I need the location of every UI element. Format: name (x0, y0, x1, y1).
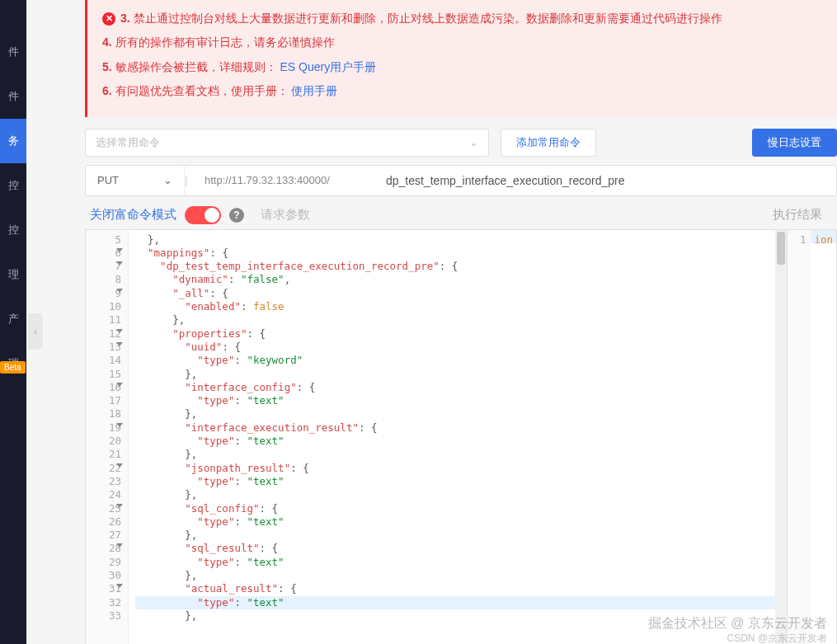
main-content: ✕3. 禁止通过控制台对线上大量数据进行更新和删除，防止对线上数据造成污染。数据… (45, 0, 837, 644)
code-line[interactable]: }, (135, 609, 775, 623)
slowlog-settings-button[interactable]: 慢日志设置 (752, 129, 837, 157)
code-line[interactable]: }, (135, 529, 775, 542)
code-line[interactable]: "type": "keyword" (135, 354, 775, 367)
result-gutter: 1 (788, 230, 811, 644)
code-area[interactable]: }, "mappings": { "dp_test_temp_interface… (129, 230, 775, 644)
code-line[interactable]: }, (135, 407, 775, 421)
code-line[interactable]: }, (135, 368, 775, 381)
code-line[interactable]: }, (135, 448, 775, 461)
chevron-down-icon: ⌄ (469, 136, 478, 148)
beta-badge: Beta (0, 361, 26, 374)
code-line[interactable]: "type": "text" (135, 515, 775, 529)
scrollbar[interactable] (775, 230, 787, 644)
code-line[interactable]: "dp_test_temp_interface_execution_record… (135, 260, 775, 273)
code-line[interactable]: "sql_result": { (135, 542, 775, 555)
result-label: 执行结果 (773, 207, 822, 223)
code-line[interactable]: "type": "text" (135, 556, 775, 569)
notice-link[interactable]: ES Query用户手册 (280, 60, 376, 73)
request-params-label: 请求参数 (261, 207, 310, 223)
sidebar: 件件务控控理产理 (0, 0, 26, 644)
code-line[interactable]: "type": "text" (135, 475, 775, 488)
add-command-button[interactable]: 添加常用命令 (501, 129, 596, 157)
sidebar-item-4[interactable]: 控 (0, 163, 26, 208)
code-line[interactable]: "type": "text" (135, 435, 775, 448)
result-code: ion (811, 230, 836, 243)
mode-row: 关闭富命令模式 ? 请求参数 执行结果 (85, 196, 837, 229)
notice-item: 6. 有问题优先查看文档，使用手册： 使用手册 (102, 79, 822, 103)
sidebar-item-6[interactable]: 理 (0, 252, 26, 297)
code-line[interactable]: "actual_result": { (135, 582, 775, 595)
code-line[interactable]: "enabled": false (135, 300, 775, 313)
rich-mode-label: 关闭富命令模式 (90, 207, 176, 223)
sidebar-item-0[interactable] (0, 0, 26, 30)
rich-mode-toggle[interactable] (185, 206, 221, 224)
code-line[interactable]: }, (135, 313, 775, 327)
command-toolbar: 选择常用命令 ⌄ 添加常用命令 慢日志设置 (85, 117, 837, 165)
select-command-dropdown[interactable]: 选择常用命令 ⌄ (85, 129, 489, 157)
code-line[interactable]: }, (135, 569, 775, 582)
code-line[interactable]: "properties": { (135, 327, 775, 341)
code-line[interactable]: "interface_config": { (135, 381, 775, 394)
code-line[interactable]: "sql_config": { (135, 502, 775, 515)
notice-item: ✕3. 禁止通过控制台对线上大量数据进行更新和删除，防止对线上数据造成污染。数据… (102, 7, 822, 31)
code-line[interactable]: "dynamic": "false", (135, 273, 775, 286)
editor-container: 5678910111213141516171819202122232425262… (85, 229, 837, 644)
sidebar-item-2[interactable]: 件 (0, 74, 26, 119)
result-pane: 1 ion (787, 230, 836, 644)
line-gutter: 5678910111213141516171819202122232425262… (86, 230, 129, 644)
sidebar-item-3[interactable]: 务 (0, 119, 26, 163)
notice-item: 4. 所有的操作都有审计日志，请务必谨慎操作 (102, 31, 822, 54)
code-line[interactable]: "interface_execution_result": { (135, 421, 775, 435)
chevron-down-icon: ⌄ (163, 174, 172, 186)
notice-link[interactable]: 使用手册 (291, 84, 337, 97)
code-line[interactable]: "mappings": { (135, 247, 775, 260)
code-line[interactable]: "uuid": { (135, 341, 775, 354)
help-icon[interactable]: ? (229, 208, 244, 223)
code-line[interactable]: }, (135, 233, 775, 247)
code-line[interactable]: "jsonpath_result": { (135, 462, 775, 475)
code-line[interactable]: }, (135, 488, 775, 501)
notice-item: 5. 敏感操作会被拦截，详细规则： ES Query用户手册 (102, 55, 822, 79)
index-name-input[interactable] (374, 166, 836, 195)
sidebar-item-1[interactable]: 件 (0, 30, 26, 74)
request-editor[interactable]: 5678910111213141516171819202122232425262… (86, 230, 787, 644)
request-url-bar: PUT ⌄ | http://11.79.32.133:40000/ (85, 165, 837, 196)
notice-panel: ✕3. 禁止通过控制台对线上大量数据进行更新和删除，防止对线上数据造成污染。数据… (85, 0, 837, 117)
code-line[interactable]: "_all": { (135, 287, 775, 300)
sidebar-item-7[interactable]: 产 (0, 297, 26, 341)
code-line[interactable]: "type": "text" (135, 394, 775, 407)
base-url: http://11.79.32.133:40000/ (193, 166, 374, 195)
error-icon: ✕ (102, 12, 115, 26)
http-method-select[interactable]: PUT ⌄ (86, 166, 185, 195)
sidebar-item-5[interactable]: 控 (0, 208, 26, 252)
select-placeholder: 选择常用命令 (96, 135, 160, 150)
method-value: PUT (97, 174, 119, 186)
collapse-sidebar-button[interactable]: ‹ (28, 313, 43, 350)
code-line[interactable]: "type": "text" (135, 596, 775, 609)
